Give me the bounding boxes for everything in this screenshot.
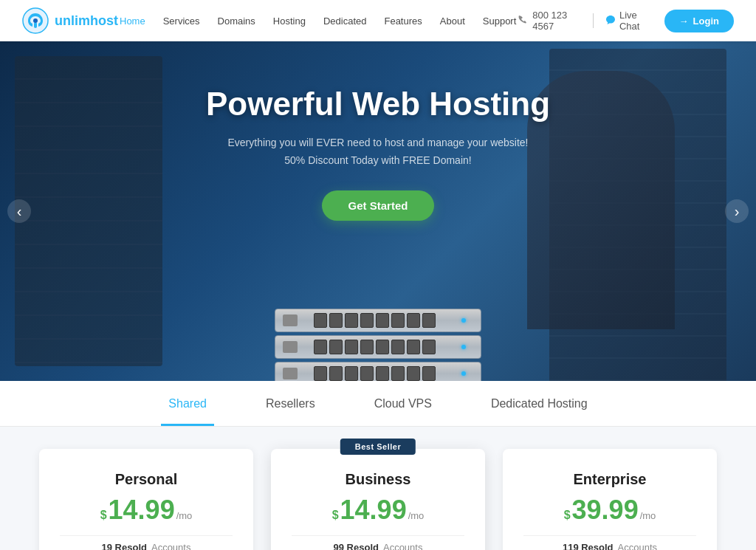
plan-name-enterprise: Enterprise [523,471,696,488]
drive [376,313,389,328]
price-amount-business: 14.99 [340,497,407,523]
drive [422,340,436,354]
login-label: Login [693,16,719,27]
get-started-button[interactable]: Get Started [322,190,435,221]
price-period: /mo [408,510,425,521]
drive [329,313,343,328]
drive [360,340,374,354]
drive [376,340,389,354]
server-drives-3 [305,366,444,381]
header-right: 800 123 4567 Live Chat → Login [518,10,734,32]
feature-value: 19 Resold [102,542,147,550]
feature-accounts-business: 99 Resold Accounts [292,535,464,550]
pricing-section: Personal $ 14.99 /mo 19 Resold Accounts … [0,427,756,550]
drive [422,313,436,328]
svg-rect-1 [34,22,37,28]
chat-icon [605,15,616,27]
hero-subtitle: Everything you will EVER need to host an… [206,134,550,170]
price-period: /mo [640,510,656,521]
pricing-card-enterprise: Enterprise $ 39.99 /mo 119 Resold Accoun… [503,449,717,550]
drive [422,366,436,381]
server-led [461,371,466,376]
drive [314,313,327,328]
hero-next-button[interactable]: › [725,199,749,223]
nav-home[interactable]: Home [118,13,147,30]
server-drives-1 [305,313,444,328]
hero-section: ‹ Powerful Web Hosting Everything you wi… [0,41,756,381]
logo[interactable]: unlimhost [22,7,118,34]
tab-dedicated-hosting[interactable]: Dedicated Hosting [484,381,595,426]
feature-label: Accounts [151,542,190,550]
server-unit-1 [275,309,481,332]
price-amount-enterprise: 39.99 [572,497,639,523]
feature-label: Accounts [383,542,422,550]
plan-name-business: Business [292,471,464,488]
hero-title: Powerful Web Hosting [206,86,550,123]
drive [391,340,405,354]
drive [345,313,358,328]
nav-features[interactable]: Features [382,13,423,30]
phone-icon [518,15,528,27]
server-illustration [275,309,481,381]
drive [345,366,358,381]
nav-support[interactable]: Support [481,13,518,30]
price-period: /mo [176,510,193,521]
drive [329,340,343,354]
svg-point-2 [33,18,38,23]
plan-price-personal: $ 14.99 /mo [60,497,233,523]
nav-dedicated[interactable]: Dedicated [322,13,368,30]
best-seller-badge: Best Seller [340,439,416,455]
drive [314,366,327,381]
drive [360,313,374,328]
feature-value: 119 Resold [563,542,614,550]
pricing-card-personal: Personal $ 14.99 /mo 19 Resold Accounts … [39,449,253,550]
drive [376,366,389,381]
login-button[interactable]: → Login [664,10,734,32]
logo-text: unlimhost [55,13,118,29]
tab-shared[interactable]: Shared [161,381,214,426]
nav-about[interactable]: About [439,13,467,30]
server-led [461,345,466,349]
server-led [461,318,466,323]
live-chat[interactable]: Live Chat [605,10,653,32]
main-header: unlimhost Home Services Domains Hosting … [0,0,756,41]
drive [391,366,405,381]
price-dollar: $ [100,509,107,522]
feature-label: Accounts [618,542,657,550]
tab-resellers[interactable]: Resellers [258,381,323,426]
header-divider [593,13,594,28]
tab-cloud-vps[interactable]: Cloud VPS [367,381,439,426]
drive [391,313,405,328]
nav-services[interactable]: Services [162,13,202,30]
price-amount-personal: 14.99 [109,497,175,523]
nav-domains[interactable]: Domains [216,13,257,30]
feature-accounts-enterprise: 119 Resold Accounts [523,535,696,550]
drive [360,366,374,381]
plan-name-personal: Personal [60,471,233,488]
hero-prev-button[interactable]: ‹ [7,199,31,223]
server-unit-3 [275,362,481,381]
pricing-card-business: Best Seller Business $ 14.99 /mo 99 Reso… [271,449,485,550]
server-unit-2 [275,335,481,359]
price-dollar: $ [564,509,571,522]
hero-content: Powerful Web Hosting Everything you will… [206,86,550,221]
drive [407,313,420,328]
phone-number: 800 123 4567 [532,10,581,32]
plan-price-enterprise: $ 39.99 /mo [523,497,696,523]
phone-area: 800 123 4567 [518,10,581,32]
server-drives-2 [305,340,444,354]
price-dollar: $ [332,509,339,522]
feature-value: 99 Resold [334,542,379,550]
drive [314,340,327,354]
login-icon: → [679,16,689,27]
feature-accounts-personal: 19 Resold Accounts [60,535,233,550]
logo-icon [22,7,49,34]
plan-price-business: $ 14.99 /mo [292,497,464,523]
pricing-tabs: Shared Resellers Cloud VPS Dedicated Hos… [0,381,756,427]
drive [407,340,420,354]
drive [345,340,358,354]
drive [329,366,343,381]
hero-rack-left [15,56,162,366]
nav-hosting[interactable]: Hosting [272,13,307,30]
live-chat-label: Live Chat [619,10,653,32]
